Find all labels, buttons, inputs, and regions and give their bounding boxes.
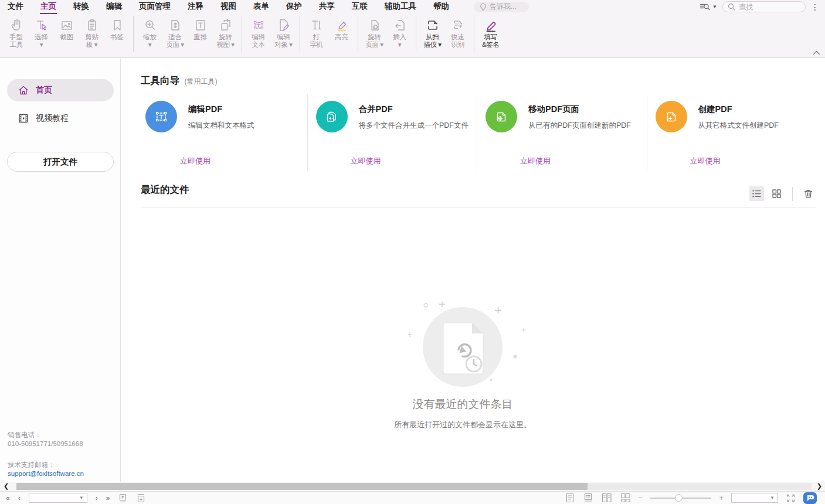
menu-file[interactable]: 文件 bbox=[7, 0, 24, 14]
zoom-in-button[interactable]: + bbox=[719, 493, 724, 502]
page-number-select[interactable]: ▼ bbox=[29, 493, 87, 503]
ribbon: 文件 主页 转换 编辑 页面管理 注释 视图 表单 保护 共享 互联 辅助工具 … bbox=[0, 0, 825, 58]
home-icon bbox=[18, 84, 29, 96]
horizontal-scrollbar[interactable]: ❮ ❯ bbox=[0, 482, 825, 491]
grid-view-button[interactable] bbox=[769, 186, 784, 201]
sidebar-item-label: 视频教程 bbox=[36, 113, 69, 124]
last-page-button[interactable]: » bbox=[106, 494, 110, 502]
tool-rotate-view[interactable]: 旋转 视图 ▾ bbox=[213, 14, 238, 49]
tell-me-box[interactable]: 告诉我... bbox=[474, 2, 529, 12]
first-page-button[interactable]: « bbox=[6, 494, 10, 502]
card-title: 编辑PDF bbox=[188, 101, 307, 115]
use-now-link[interactable]: 立即使用 bbox=[520, 156, 551, 166]
menu-share[interactable]: 共享 bbox=[318, 0, 335, 14]
zoom-out-button[interactable]: − bbox=[639, 493, 643, 502]
ribbon-group-separator bbox=[474, 16, 474, 52]
snapshot-icon bbox=[59, 17, 74, 33]
continuous-view-button[interactable] bbox=[583, 493, 593, 503]
foxit-assistant-icon[interactable] bbox=[803, 492, 817, 504]
menu-page-management[interactable]: 页面管理 bbox=[138, 0, 171, 14]
previous-page-button[interactable]: ‹ bbox=[18, 494, 21, 502]
tool-from-scanner[interactable]: 从扫 描仪 ▾ bbox=[420, 14, 445, 49]
open-file-button[interactable]: 打开文件 bbox=[7, 152, 114, 172]
continuous-facing-view-button[interactable] bbox=[620, 493, 631, 503]
ribbon-group-separator bbox=[416, 16, 416, 52]
tool-snapshot[interactable]: 截图 bbox=[54, 14, 79, 41]
use-now-link[interactable]: 立即使用 bbox=[351, 156, 381, 166]
zoom-slider[interactable] bbox=[650, 494, 711, 502]
recent-files-title: 最近的文件 bbox=[141, 183, 189, 196]
tool-bookmark[interactable]: 书签 bbox=[104, 14, 130, 41]
menu-home[interactable]: 主页 bbox=[40, 0, 57, 14]
tell-me-placeholder: 告诉我... bbox=[490, 2, 517, 12]
move-pdf-pages-icon bbox=[486, 101, 517, 132]
find-search-box[interactable] bbox=[722, 1, 806, 12]
zoom-icon bbox=[142, 17, 158, 33]
advanced-search-icon[interactable]: ▼ bbox=[700, 2, 717, 12]
use-now-link[interactable]: 立即使用 bbox=[180, 156, 211, 166]
tool-edit-object[interactable]: 编辑 对象 ▾ bbox=[271, 14, 296, 49]
card-merge-pdf[interactable]: 合并PDF 将多个文件合并生成一个PDF文件 立即使用 bbox=[307, 94, 477, 171]
menu-form[interactable]: 表单 bbox=[253, 0, 270, 14]
tool-highlight[interactable]: 高亮 bbox=[329, 14, 354, 41]
menu-convert[interactable]: 转换 bbox=[73, 0, 90, 14]
tool-reflow[interactable]: 重排 bbox=[188, 14, 213, 41]
tool-hand-tool[interactable]: 手型 工具 bbox=[4, 14, 29, 49]
scrollbar-thumb[interactable] bbox=[16, 483, 588, 490]
next-view-button[interactable] bbox=[136, 493, 146, 503]
collapse-ribbon-icon[interactable] bbox=[813, 50, 820, 55]
menu-accessibility[interactable]: 辅助工具 bbox=[384, 0, 417, 14]
more-menu-icon[interactable]: ⋮ bbox=[811, 3, 819, 11]
tool-edit-text[interactable]: 编辑 文本 bbox=[246, 14, 271, 49]
edit-object-icon bbox=[276, 17, 291, 33]
menu-edit[interactable]: 编辑 bbox=[106, 0, 123, 14]
menu-connect[interactable]: 互联 bbox=[351, 0, 368, 14]
previous-view-button[interactable] bbox=[118, 493, 128, 503]
single-page-view-button[interactable] bbox=[565, 493, 575, 503]
menu-protect[interactable]: 保护 bbox=[286, 0, 303, 14]
caret-down-icon: ▼ bbox=[712, 4, 717, 9]
tool-typewriter[interactable]: 打 字机 bbox=[304, 14, 329, 49]
scroll-left-arrow-icon[interactable]: ❮ bbox=[4, 482, 9, 490]
tool-rotate-pages[interactable]: 旋转 页面 ▾ bbox=[362, 14, 387, 49]
menu-bar: 文件 主页 转换 编辑 页面管理 注释 视图 表单 保护 共享 互联 辅助工具 … bbox=[0, 0, 825, 13]
menu-help[interactable]: 帮助 bbox=[433, 0, 450, 14]
tool-fill-sign[interactable]: 填写 &签名 bbox=[478, 14, 503, 49]
scrollbar-track[interactable] bbox=[16, 483, 812, 490]
dot-decoration bbox=[490, 379, 493, 382]
hand-icon bbox=[9, 17, 24, 33]
sidebar-item-home[interactable]: 首页 bbox=[7, 79, 114, 101]
fullscreen-button[interactable] bbox=[786, 493, 796, 503]
tool-insert[interactable]: 插入 ▾ bbox=[387, 14, 412, 49]
zoom-slider-knob[interactable] bbox=[675, 494, 683, 502]
create-pdf-icon bbox=[656, 101, 687, 132]
facing-view-button[interactable] bbox=[601, 493, 612, 503]
tool-fit-page[interactable]: 适合 页面 ▾ bbox=[162, 14, 188, 49]
tool-select[interactable]: 选择 ▾ bbox=[29, 14, 54, 49]
clear-recent-trash-button[interactable] bbox=[801, 186, 816, 201]
list-view-button[interactable] bbox=[749, 186, 764, 201]
next-page-button[interactable]: › bbox=[96, 494, 98, 502]
menu-comment[interactable]: 注释 bbox=[187, 0, 204, 14]
card-desc: 编辑文档和文本格式 bbox=[188, 121, 307, 131]
edit-text-icon bbox=[251, 17, 266, 33]
use-now-link[interactable]: 立即使用 bbox=[690, 156, 721, 166]
find-input[interactable] bbox=[739, 3, 797, 11]
tool-clipboard[interactable]: 剪贴 板 ▾ bbox=[79, 14, 104, 49]
support-email-link[interactable]: support@foxitsoftware.cn bbox=[8, 470, 84, 477]
main-content: 工具向导 (常用工具) 编辑PDF 编辑文档和文本格式 立即使用 合并PDF 将… bbox=[121, 59, 825, 482]
card-create-pdf[interactable]: 创建PDF 从其它格式文件创建PDF 立即使用 bbox=[647, 94, 817, 171]
scroll-right-arrow-icon[interactable]: ❯ bbox=[817, 482, 822, 490]
sidebar-item-video-tutorials[interactable]: 视频教程 bbox=[7, 109, 114, 128]
fit-page-icon bbox=[168, 17, 183, 33]
reflow-icon bbox=[193, 17, 208, 33]
tool-zoom[interactable]: 缩放 ▾ bbox=[137, 14, 162, 49]
card-move-pdf-pages[interactable]: 移动PDF页面 从已有的PDF页面创建新的PDF 立即使用 bbox=[477, 94, 647, 171]
menu-view[interactable]: 视图 bbox=[220, 0, 237, 14]
card-edit-pdf[interactable]: 编辑PDF 编辑文档和文本格式 立即使用 bbox=[137, 94, 307, 171]
plus-decoration bbox=[521, 327, 527, 333]
tool-quick-ocr[interactable]: OCR 快速 识别 bbox=[445, 14, 470, 49]
zoom-level-select[interactable]: ▼ bbox=[731, 493, 778, 503]
sidebar: 首页 视频教程 打开文件 销售电话： 010-50951771/50951668… bbox=[0, 59, 121, 482]
dot-decoration bbox=[513, 355, 517, 359]
